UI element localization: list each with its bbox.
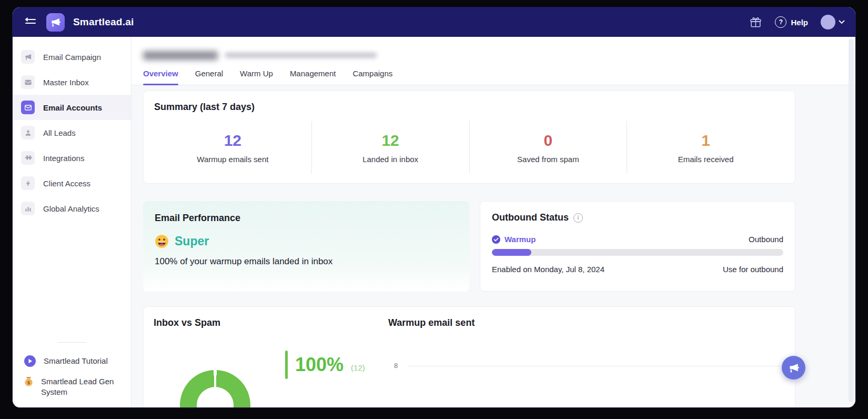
tab-warm-up[interactable]: Warm Up <box>240 69 273 85</box>
page-title-redacted <box>143 51 218 60</box>
megaphone-icon <box>21 50 35 64</box>
inbox-icon <box>21 75 35 89</box>
gift-icon[interactable] <box>749 16 762 29</box>
main-area: Overview General Warm Up Management Camp… <box>132 37 855 407</box>
app-window: Smartlead.ai ? Help <box>13 7 855 407</box>
stat-label: Warmup emails sent <box>197 155 268 164</box>
sidebar-footer: Smartlead Tutorial $ Smartlead Lead Gen … <box>13 342 131 408</box>
envelope-icon <box>21 101 35 114</box>
info-icon[interactable]: i <box>573 213 583 223</box>
puzzle-icon <box>21 151 35 165</box>
email-performance-card: Email Performance <box>143 201 469 292</box>
person-icon <box>21 126 35 139</box>
brand-title: Smartlead.ai <box>73 16 134 28</box>
money-bag-icon: $ <box>24 376 33 386</box>
outbound-label: Outbound <box>749 235 783 244</box>
charts-card: Inbox vs Spam Warmup email sent 100% (12… <box>143 306 795 407</box>
stat-saved-from-spam: 0 Saved from spam <box>469 121 627 174</box>
sidebar-item-global-analytics[interactable]: Global Analytics <box>13 196 131 221</box>
content-area: Summary (last 7 days) 12 Warmup emails s… <box>132 85 855 407</box>
stat-label: Emails received <box>678 155 734 164</box>
stat-emails-received: 1 Emails received <box>627 121 784 174</box>
smartlead-logo[interactable] <box>46 13 65 32</box>
sidebar-item-client-access[interactable]: Client Access <box>13 171 131 196</box>
tab-campaigns[interactable]: Campaigns <box>352 69 392 85</box>
inbox-count: (12) <box>351 363 365 372</box>
outbound-status-title: Outbound Status <box>492 212 569 223</box>
tab-bar: Overview General Warm Up Management Camp… <box>143 69 842 85</box>
warmup-label: Warmup <box>504 235 536 244</box>
stat-value: 0 <box>544 132 553 149</box>
megaphone-fab-button[interactable] <box>782 356 805 380</box>
summary-title: Summary (last 7 days) <box>154 102 784 113</box>
performance-description: 100% of your warmup emails landed in inb… <box>155 256 458 267</box>
sidebar-item-label: Email Campaign <box>43 53 101 62</box>
megaphone-icon <box>788 362 800 374</box>
warmup-email-sent-title: Warmup email sent <box>388 317 475 328</box>
stat-warmup-emails-sent: 12 Warmup emails sent <box>154 121 311 174</box>
outbound-progress-fill <box>492 249 531 256</box>
inbox-vs-spam-donut-chart <box>180 370 250 407</box>
top-navbar: Smartlead.ai ? Help <box>13 7 855 37</box>
tab-management[interactable]: Management <box>290 69 336 85</box>
help-button[interactable]: ? Help <box>775 16 808 28</box>
smiley-emoji-icon <box>155 234 169 248</box>
svg-text:$: $ <box>27 380 30 385</box>
account-menu[interactable] <box>821 15 845 29</box>
bolt-icon <box>21 176 35 190</box>
sidebar-item-label: Smartlead Tutorial <box>44 356 108 366</box>
email-performance-title: Email Performance <box>155 213 458 224</box>
divider <box>58 342 86 343</box>
chevron-down-icon <box>839 20 845 24</box>
sidebar: Email Campaign Master Inbox Email Accoun… <box>13 37 132 407</box>
tab-overview[interactable]: Overview <box>143 69 178 85</box>
legend-color-bar <box>285 351 288 379</box>
outbound-progress-bar <box>492 249 783 256</box>
chart-gridline <box>408 366 784 366</box>
inbox-vs-spam-title: Inbox vs Spam <box>154 317 220 328</box>
sidebar-item-label: All Leads <box>43 128 76 137</box>
avatar <box>821 15 835 29</box>
sidebar-item-all-leads[interactable]: All Leads <box>13 120 131 145</box>
collapse-sidebar-icon[interactable] <box>23 15 38 29</box>
summary-stats: 12 Warmup emails sent 12 Landed in inbox… <box>154 121 784 174</box>
sidebar-item-label: Smartlead Lead Gen System <box>41 376 123 398</box>
sidebar-item-label: Email Accounts <box>43 103 102 112</box>
help-label: Help <box>791 18 808 27</box>
sidebar-item-email-campaign[interactable]: Email Campaign <box>13 44 131 69</box>
sidebar-item-lead-gen-system[interactable]: $ Smartlead Lead Gen System <box>13 372 131 403</box>
tab-general[interactable]: General <box>195 69 223 85</box>
stat-landed-in-inbox: 12 Landed in inbox <box>311 121 469 174</box>
question-icon: ? <box>775 16 786 28</box>
sidebar-item-integrations[interactable]: Integrations <box>13 145 131 171</box>
sidebar-item-email-accounts[interactable]: Email Accounts <box>13 95 131 120</box>
sidebar-item-master-inbox[interactable]: Master Inbox <box>13 69 131 95</box>
page-header: Overview General Warm Up Management Camp… <box>132 37 855 85</box>
play-icon <box>24 355 36 367</box>
outbound-status-card: Outbound Status i Warmup Out <box>480 201 795 292</box>
warmup-status: Warmup <box>492 235 536 244</box>
sidebar-item-label: Integrations <box>43 154 84 163</box>
page-subtitle-redacted <box>225 53 377 58</box>
sidebar-item-smartlead-tutorial[interactable]: Smartlead Tutorial <box>13 351 131 372</box>
donut-hole <box>197 387 234 407</box>
summary-card: Summary (last 7 days) 12 Warmup emails s… <box>143 91 795 184</box>
bar-chart-icon <box>21 202 35 215</box>
megaphone-icon <box>50 17 61 28</box>
stat-label: Saved from spam <box>517 155 579 164</box>
donut-legend: 100% (12) <box>285 351 365 379</box>
use-for-outbound-text: Use for outbound <box>723 265 783 274</box>
sidebar-item-label: Client Access <box>43 179 90 188</box>
stat-value: 1 <box>701 132 710 149</box>
sidebar-item-label: Master Inbox <box>43 78 89 87</box>
inbox-percent: 100% <box>295 354 344 376</box>
performance-rating: Super <box>175 234 209 248</box>
stat-value: 12 <box>224 132 241 149</box>
check-circle-icon <box>492 235 500 244</box>
stat-label: Landed in inbox <box>362 155 418 164</box>
sidebar-item-label: Global Analytics <box>43 204 99 213</box>
stat-value: 12 <box>381 132 399 149</box>
page-title <box>143 48 842 62</box>
scrollbar[interactable] <box>849 39 854 402</box>
enabled-date-text: Enabled on Monday, Jul 8, 2024 <box>492 265 604 274</box>
